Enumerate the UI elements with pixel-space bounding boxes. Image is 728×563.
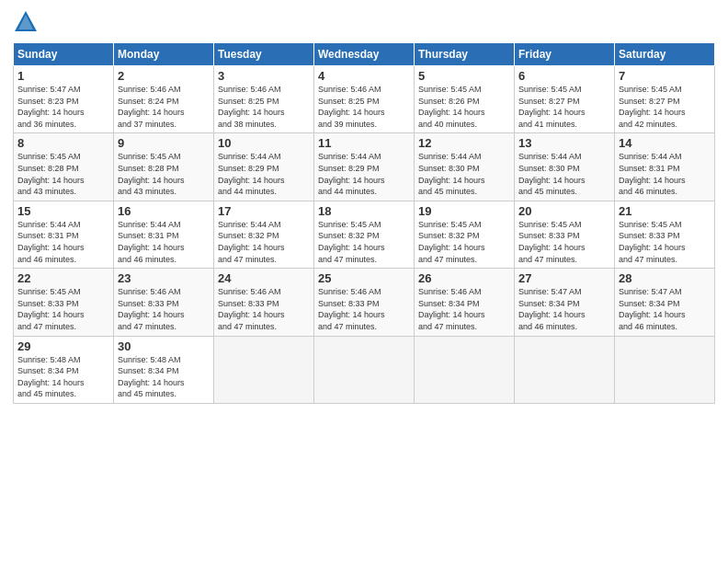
day-info: Sunrise: 5:44 AM Sunset: 8:29 PM Dayligh… xyxy=(318,151,410,197)
day-number: 24 xyxy=(218,271,310,285)
calendar-cell: 22Sunrise: 5:45 AM Sunset: 8:33 PM Dayli… xyxy=(14,269,114,336)
day-number: 28 xyxy=(619,271,711,285)
week-row-2: 8Sunrise: 5:45 AM Sunset: 8:28 PM Daylig… xyxy=(14,133,715,201)
calendar-cell: 8Sunrise: 5:45 AM Sunset: 8:28 PM Daylig… xyxy=(14,133,114,201)
day-info: Sunrise: 5:46 AM Sunset: 8:25 PM Dayligh… xyxy=(218,84,310,130)
day-info: Sunrise: 5:45 AM Sunset: 8:28 PM Dayligh… xyxy=(118,151,210,197)
day-number: 5 xyxy=(418,69,510,83)
calendar-cell: 30Sunrise: 5:48 AM Sunset: 8:34 PM Dayli… xyxy=(114,336,214,403)
day-number: 20 xyxy=(518,204,610,218)
calendar-cell: 1Sunrise: 5:47 AM Sunset: 8:23 PM Daylig… xyxy=(14,66,114,133)
calendar-cell: 24Sunrise: 5:46 AM Sunset: 8:33 PM Dayli… xyxy=(214,269,314,336)
calendar-cell: 7Sunrise: 5:45 AM Sunset: 8:27 PM Daylig… xyxy=(615,66,715,133)
page: SundayMondayTuesdayWednesdayThursdayFrid… xyxy=(0,0,728,563)
day-info: Sunrise: 5:44 AM Sunset: 8:31 PM Dayligh… xyxy=(118,219,210,265)
day-number: 23 xyxy=(118,271,210,285)
day-number: 29 xyxy=(17,339,109,353)
week-row-1: 1Sunrise: 5:47 AM Sunset: 8:23 PM Daylig… xyxy=(14,66,715,133)
day-number: 11 xyxy=(318,136,410,150)
calendar-cell: 11Sunrise: 5:44 AM Sunset: 8:29 PM Dayli… xyxy=(314,133,415,201)
day-number: 6 xyxy=(518,69,610,83)
calendar-cell: 21Sunrise: 5:45 AM Sunset: 8:33 PM Dayli… xyxy=(615,201,715,268)
day-number: 2 xyxy=(118,69,210,83)
day-number: 13 xyxy=(518,136,610,150)
day-number: 21 xyxy=(619,204,711,218)
day-number: 15 xyxy=(17,204,109,218)
day-info: Sunrise: 5:46 AM Sunset: 8:34 PM Dayligh… xyxy=(418,286,510,332)
day-info: Sunrise: 5:45 AM Sunset: 8:32 PM Dayligh… xyxy=(418,219,510,265)
day-number: 30 xyxy=(118,339,210,353)
day-number: 22 xyxy=(17,271,109,285)
calendar-cell: 29Sunrise: 5:48 AM Sunset: 8:34 PM Dayli… xyxy=(14,336,114,403)
week-row-3: 15Sunrise: 5:44 AM Sunset: 8:31 PM Dayli… xyxy=(14,201,715,268)
day-info: Sunrise: 5:44 AM Sunset: 8:31 PM Dayligh… xyxy=(17,219,109,265)
day-info: Sunrise: 5:45 AM Sunset: 8:33 PM Dayligh… xyxy=(17,286,109,332)
day-info: Sunrise: 5:46 AM Sunset: 8:33 PM Dayligh… xyxy=(118,286,210,332)
day-info: Sunrise: 5:47 AM Sunset: 8:23 PM Dayligh… xyxy=(17,84,109,130)
header-cell-monday: Monday xyxy=(114,43,214,66)
calendar-cell xyxy=(615,336,715,403)
header-row: SundayMondayTuesdayWednesdayThursdayFrid… xyxy=(14,43,715,66)
header xyxy=(13,9,715,35)
day-number: 18 xyxy=(318,204,410,218)
day-info: Sunrise: 5:47 AM Sunset: 8:34 PM Dayligh… xyxy=(619,286,711,332)
day-info: Sunrise: 5:45 AM Sunset: 8:33 PM Dayligh… xyxy=(518,219,610,265)
header-cell-thursday: Thursday xyxy=(415,43,515,66)
header-cell-sunday: Sunday xyxy=(14,43,114,66)
calendar-cell: 5Sunrise: 5:45 AM Sunset: 8:26 PM Daylig… xyxy=(415,66,515,133)
day-info: Sunrise: 5:48 AM Sunset: 8:34 PM Dayligh… xyxy=(118,354,210,400)
day-number: 9 xyxy=(118,136,210,150)
calendar-cell xyxy=(214,336,314,403)
calendar-cell: 14Sunrise: 5:44 AM Sunset: 8:31 PM Dayli… xyxy=(615,133,715,201)
day-number: 7 xyxy=(619,69,711,83)
day-info: Sunrise: 5:46 AM Sunset: 8:33 PM Dayligh… xyxy=(318,286,410,332)
day-number: 4 xyxy=(318,69,410,83)
calendar-cell: 17Sunrise: 5:44 AM Sunset: 8:32 PM Dayli… xyxy=(214,201,314,268)
calendar-cell xyxy=(415,336,515,403)
day-info: Sunrise: 5:48 AM Sunset: 8:34 PM Dayligh… xyxy=(17,354,109,400)
calendar-cell: 3Sunrise: 5:46 AM Sunset: 8:25 PM Daylig… xyxy=(214,66,314,133)
day-number: 25 xyxy=(318,271,410,285)
day-info: Sunrise: 5:47 AM Sunset: 8:34 PM Dayligh… xyxy=(518,286,610,332)
day-info: Sunrise: 5:44 AM Sunset: 8:30 PM Dayligh… xyxy=(418,151,510,197)
day-info: Sunrise: 5:46 AM Sunset: 8:25 PM Dayligh… xyxy=(318,84,410,130)
calendar-cell: 19Sunrise: 5:45 AM Sunset: 8:32 PM Dayli… xyxy=(415,201,515,268)
day-number: 27 xyxy=(518,271,610,285)
day-info: Sunrise: 5:45 AM Sunset: 8:32 PM Dayligh… xyxy=(318,219,410,265)
day-number: 14 xyxy=(619,136,711,150)
calendar-cell: 9Sunrise: 5:45 AM Sunset: 8:28 PM Daylig… xyxy=(114,133,214,201)
day-number: 10 xyxy=(218,136,310,150)
calendar-cell xyxy=(515,336,615,403)
day-number: 16 xyxy=(118,204,210,218)
day-info: Sunrise: 5:45 AM Sunset: 8:33 PM Dayligh… xyxy=(619,219,711,265)
week-row-5: 29Sunrise: 5:48 AM Sunset: 8:34 PM Dayli… xyxy=(14,336,715,403)
day-info: Sunrise: 5:45 AM Sunset: 8:26 PM Dayligh… xyxy=(418,84,510,130)
calendar-cell: 25Sunrise: 5:46 AM Sunset: 8:33 PM Dayli… xyxy=(314,269,415,336)
calendar-cell: 28Sunrise: 5:47 AM Sunset: 8:34 PM Dayli… xyxy=(615,269,715,336)
day-info: Sunrise: 5:45 AM Sunset: 8:27 PM Dayligh… xyxy=(518,84,610,130)
week-row-4: 22Sunrise: 5:45 AM Sunset: 8:33 PM Dayli… xyxy=(14,269,715,336)
calendar-cell: 27Sunrise: 5:47 AM Sunset: 8:34 PM Dayli… xyxy=(515,269,615,336)
day-number: 8 xyxy=(17,136,109,150)
logo-icon xyxy=(13,9,39,35)
calendar-cell: 13Sunrise: 5:44 AM Sunset: 8:30 PM Dayli… xyxy=(515,133,615,201)
calendar-cell: 10Sunrise: 5:44 AM Sunset: 8:29 PM Dayli… xyxy=(214,133,314,201)
day-number: 3 xyxy=(218,69,310,83)
calendar-cell: 16Sunrise: 5:44 AM Sunset: 8:31 PM Dayli… xyxy=(114,201,214,268)
calendar-cell: 26Sunrise: 5:46 AM Sunset: 8:34 PM Dayli… xyxy=(415,269,515,336)
calendar-cell: 2Sunrise: 5:46 AM Sunset: 8:24 PM Daylig… xyxy=(114,66,214,133)
calendar-cell: 6Sunrise: 5:45 AM Sunset: 8:27 PM Daylig… xyxy=(515,66,615,133)
day-info: Sunrise: 5:44 AM Sunset: 8:32 PM Dayligh… xyxy=(218,219,310,265)
calendar: SundayMondayTuesdayWednesdayThursdayFrid… xyxy=(13,42,715,404)
calendar-cell xyxy=(314,336,415,403)
header-cell-wednesday: Wednesday xyxy=(314,43,415,66)
day-info: Sunrise: 5:45 AM Sunset: 8:27 PM Dayligh… xyxy=(619,84,711,130)
logo xyxy=(13,9,42,35)
day-info: Sunrise: 5:46 AM Sunset: 8:33 PM Dayligh… xyxy=(218,286,310,332)
day-info: Sunrise: 5:46 AM Sunset: 8:24 PM Dayligh… xyxy=(118,84,210,130)
calendar-cell: 12Sunrise: 5:44 AM Sunset: 8:30 PM Dayli… xyxy=(415,133,515,201)
calendar-cell: 15Sunrise: 5:44 AM Sunset: 8:31 PM Dayli… xyxy=(14,201,114,268)
day-info: Sunrise: 5:45 AM Sunset: 8:28 PM Dayligh… xyxy=(17,151,109,197)
calendar-cell: 4Sunrise: 5:46 AM Sunset: 8:25 PM Daylig… xyxy=(314,66,415,133)
day-info: Sunrise: 5:44 AM Sunset: 8:30 PM Dayligh… xyxy=(518,151,610,197)
